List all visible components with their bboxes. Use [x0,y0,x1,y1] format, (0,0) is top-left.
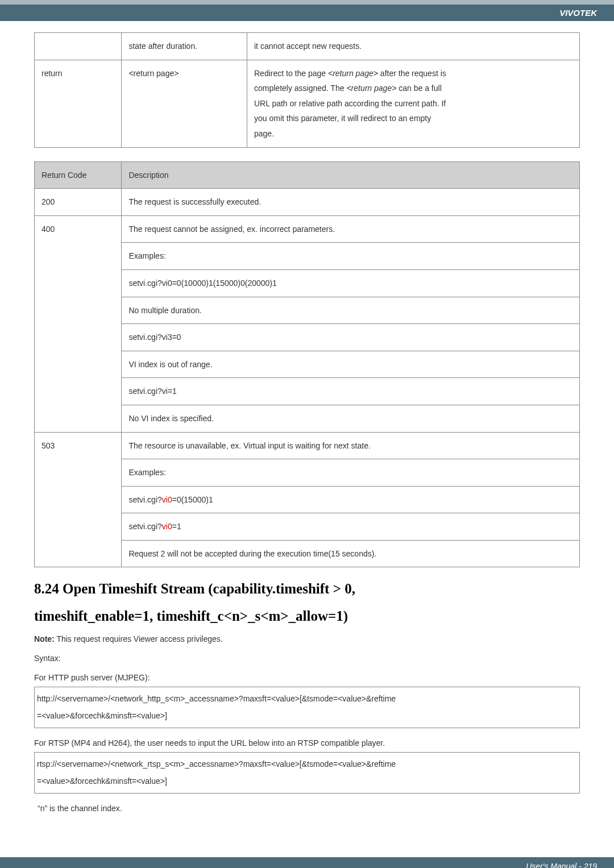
cell-desc: it cannot accept new requests. [247,33,580,60]
cell-desc: Examples: [122,243,580,270]
cell-desc: setvi.cgi?vi0=1 [122,513,580,541]
cell-param: return [35,60,122,147]
text: =0(15000)1 [172,495,213,504]
cell-code: 400 [35,215,122,432]
cell-desc: Request 2 will not be accepted during th… [122,540,580,567]
note-label: Note: [34,634,55,643]
return-code-table: Return Code Description 200 The request … [34,161,580,568]
text: rtsp://<servername>/<network_rtsp_s<m>_a… [37,759,396,769]
text: setvi.cgi? [128,522,161,531]
text: =<value>&forcechk&minsft=<value>] [37,711,167,720]
http-label: For HTTP push server (MJPEG): [34,673,580,682]
text-italic: <return page> [346,84,396,93]
rtsp-url-box: rtsp://<servername>/<network_rtsp_s<m>_a… [34,752,580,794]
cell-desc: The request is successfully executed. [122,189,580,216]
text: =1 [172,522,181,531]
col-header-code: Return Code [35,161,122,189]
text: This request requires Viewer access priv… [55,634,223,643]
syntax-label: Syntax: [34,654,580,663]
footer-text: User's Manual - 219 [0,857,614,868]
col-header-desc: Description [122,161,580,189]
text: =<value>&forcechk&minsft=<value>] [37,776,167,786]
cell-desc: Redirect to the page <return page> after… [247,60,580,147]
table-row: 503 The resource is unavailable, ex. Vir… [35,432,580,459]
cell-param [35,33,122,60]
table-row: return <return page> Redirect to the pag… [35,60,580,147]
header-brand: VIVOTEK [0,5,614,21]
section-heading: timeshift_enable=1, timeshift_c<n>_s<m>_… [34,608,580,624]
text: after the request is [378,69,446,78]
cell-desc: setvi.cgi?vi=1 [122,378,580,405]
cell-desc: VI index is out of range. [122,351,580,378]
cell-desc: The request cannot be assigned, ex. inco… [122,215,580,243]
text: completely assigned. The [254,84,346,93]
section-heading: 8.24 Open Timeshift Stream (capability.t… [34,581,580,597]
table-header-row: Return Code Description [35,161,580,189]
channel-note: “n” is the channel index. [38,804,580,813]
note-text: Note: This request requires Viewer acces… [34,634,580,643]
text: Redirect to the page [254,69,328,78]
text-highlight: vi0 [162,522,172,531]
text: setvi.cgi? [128,495,161,504]
text: you omit this parameter, it will redirec… [254,114,431,123]
param-table: state after duration. it cannot accept n… [34,32,580,148]
cell-state: state after duration. [122,33,247,60]
text: page. [254,129,274,138]
cell-desc: setvi.cgi?vi0=0(10000)1(15000)0(20000)1 [122,269,580,297]
table-row: state after duration. it cannot accept n… [35,33,580,60]
text: can be a full [396,84,441,93]
cell-value: <return page> [122,60,247,147]
cell-desc: No multiple duration. [122,297,580,324]
cell-desc: setvi.cgi?vi0=0(15000)1 [122,486,580,513]
text: http://<servername>/<network_http_s<m>_a… [37,694,396,703]
text-highlight: vi0 [162,495,172,504]
cell-code: 200 [35,189,122,216]
cell-desc: setvi.cgi?vi3=0 [122,324,580,351]
top-accent [0,0,614,5]
page-content: state after duration. it cannot accept n… [0,21,614,834]
cell-desc: The resource is unavailable, ex. Virtual… [122,432,580,459]
cell-code: 503 [35,432,122,567]
cell-desc: Examples: [122,459,580,487]
cell-desc: No VI index is specified. [122,405,580,432]
table-row: 400 The request cannot be assigned, ex. … [35,215,580,243]
table-row: 200 The request is successfully executed… [35,189,580,216]
text-italic: <return page> [328,69,378,78]
text: URL path or relative path according the … [254,99,446,108]
rtsp-label: For RTSP (MP4 and H264), the user needs … [34,738,580,747]
http-url-box: http://<servername>/<network_http_s<m>_a… [34,687,580,728]
